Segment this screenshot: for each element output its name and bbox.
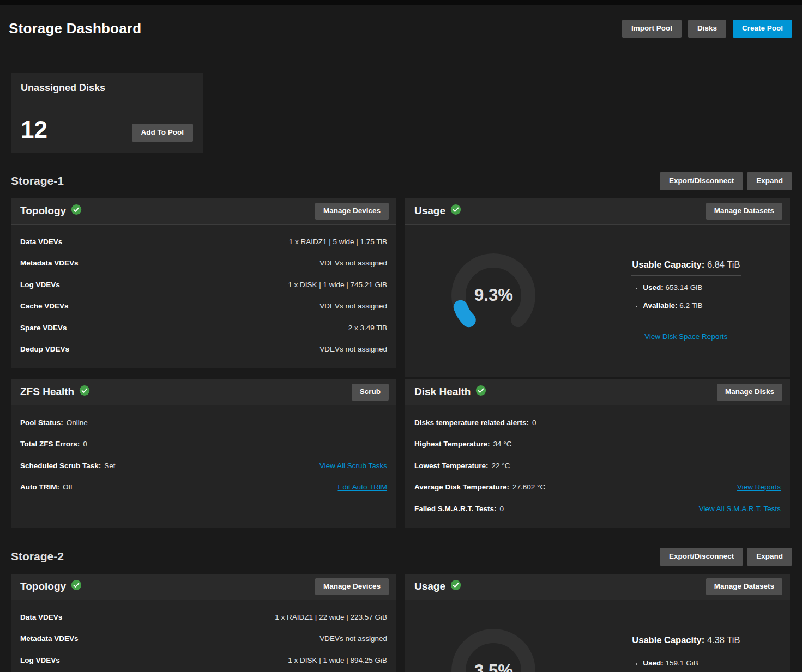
view-all-scrub-tasks-link[interactable]: View All Scrub Tasks (319, 462, 387, 470)
card-title-text: ZFS Health (20, 386, 74, 398)
disk-health-card-body: Disks temperature related alerts:0 Highe… (405, 405, 790, 519)
topology-row: Data VDEVs1 x RAIDZ1 | 5 wide | 1.75 TiB (20, 231, 387, 252)
row-label: Data VDEVs (20, 238, 62, 246)
row-value: 0 (532, 419, 536, 427)
scrub-button[interactable]: Scrub (352, 384, 389, 401)
manage-devices-button[interactable]: Manage Devices (315, 578, 389, 595)
usage-card: Usage Manage Datasets 3.5% Usable Capaci… (405, 574, 790, 672)
row-value: 2 x 3.49 TiB (348, 324, 387, 332)
page-header: Storage Dashboard Import Pool Disks Crea… (9, 5, 792, 52)
card-title-text: Usage (414, 580, 445, 592)
topology-card-body: Data VDEVs1 x RAIDZ1 | 22 wide | 223.57 … (11, 600, 396, 671)
topology-card-header: Topology Manage Devices (11, 574, 396, 600)
row-label: Log VDEVs (20, 281, 60, 289)
zfs-health-row: Total ZFS Errors:0 (20, 433, 387, 455)
disk-health-row: Average Disk Temperature:27.602 °C View … (414, 476, 781, 498)
available-stat: Available: 6.2 TiB (643, 301, 741, 310)
view-disk-space-reports-link[interactable]: View Disk Space Reports (644, 332, 727, 341)
topology-row: Data VDEVs1 x RAIDZ1 | 22 wide | 223.57 … (20, 607, 387, 628)
unassigned-disks-count: 12 (21, 118, 47, 142)
usage-gauge: 3.5% (450, 627, 537, 672)
topology-row: Spare VDEVs2 x 3.49 TiB (20, 317, 387, 338)
row-label: Highest Temperature: (414, 440, 490, 448)
health-check-icon (79, 385, 90, 399)
zfs-health-card-body: Pool Status:Online Total ZFS Errors:0 Sc… (11, 405, 396, 498)
topology-card: Topology Manage Devices Data VDEVs1 x RA… (11, 198, 396, 368)
topology-row: Cache VDEVsVDEVs not assigned (20, 295, 387, 317)
disks-button[interactable]: Disks (688, 20, 726, 38)
pool-cards-storage-2: Topology Manage Devices Data VDEVs1 x RA… (11, 574, 792, 672)
row-value: Online (67, 419, 88, 427)
health-check-icon (71, 204, 82, 218)
topology-card: Topology Manage Devices Data VDEVs1 x RA… (11, 574, 396, 672)
disk-health-row: Disks temperature related alerts:0 (414, 412, 781, 433)
row-label: Cache VDEVs (20, 302, 69, 310)
health-check-icon (450, 579, 461, 594)
row-value: Set (104, 462, 115, 470)
manage-disks-button[interactable]: Manage Disks (717, 384, 782, 401)
usage-capacity-block: Usable Capacity: 6.84 TiB Used: 653.14 G… (631, 259, 741, 341)
unassigned-disks-title: Unassigned Disks (21, 82, 193, 94)
row-label: Scheduled Scrub Task: (20, 462, 101, 470)
usage-gauge-zone: 3.5% (405, 600, 582, 672)
pool-name: Storage-2 (11, 550, 64, 563)
capacity-divider (631, 275, 741, 276)
row-value: 1 x DISK | 1 wide | 745.21 GiB (288, 281, 387, 289)
disk-health-card-title: Disk Health (414, 385, 486, 399)
row-value: VDEVs not assigned (319, 302, 387, 310)
manage-datasets-button[interactable]: Manage Datasets (706, 578, 782, 595)
page-title: Storage Dashboard (9, 20, 141, 37)
card-title-text: Topology (20, 580, 66, 592)
export-disconnect-button[interactable]: Export/Disconnect (660, 172, 743, 190)
disk-health-row: Failed S.M.A.R.T. Tests:0 View All S.M.A… (414, 498, 781, 519)
usage-percent-label: 3.5% (450, 627, 537, 672)
zfs-health-row: Scheduled Scrub Task:Set View All Scrub … (20, 455, 387, 476)
row-value: Off (63, 483, 73, 491)
disk-health-card: Disk Health Manage Disks Disks temperatu… (405, 379, 790, 528)
row-label: Disks temperature related alerts: (414, 419, 529, 427)
usage-card-body: 9.3% Usable Capacity: 6.84 TiB Used: 653… (405, 225, 790, 377)
row-value: 1 x RAIDZ1 | 5 wide | 1.75 TiB (289, 238, 387, 246)
row-value: 0 (83, 440, 87, 448)
row-label: Metadata VDEVs (20, 259, 79, 267)
export-disconnect-button[interactable]: Export/Disconnect (660, 548, 743, 566)
manage-datasets-button[interactable]: Manage Datasets (706, 203, 782, 220)
card-title-text: Disk Health (414, 386, 471, 398)
view-all-smart-tests-link[interactable]: View All S.M.A.R.T. Tests (699, 505, 781, 513)
usable-capacity-heading: Usable Capacity: 4.38 TiB (631, 635, 741, 645)
edit-auto-trim-link[interactable]: Edit Auto TRIM (337, 483, 387, 491)
storage-dashboard-page: Storage Dashboard Import Pool Disks Crea… (0, 5, 802, 672)
pool-actions: Export/Disconnect Expand (660, 548, 792, 566)
add-to-pool-button[interactable]: Add To Pool (132, 124, 193, 142)
usage-card-title: Usage (414, 204, 461, 218)
topology-card-header: Topology Manage Devices (11, 198, 396, 225)
create-pool-button[interactable]: Create Pool (733, 20, 792, 38)
row-value: 34 °C (493, 440, 512, 448)
row-label: Auto TRIM: (20, 483, 59, 491)
usage-card: Usage Manage Datasets 9.3% Usable Capaci… (405, 198, 790, 377)
row-value: 1 x DISK | 1 wide | 894.25 GiB (288, 656, 387, 664)
zfs-health-card-header: ZFS Health Scrub (11, 379, 396, 405)
pool-cards-storage-1: Topology Manage Devices Data VDEVs1 x RA… (11, 198, 792, 528)
expand-button[interactable]: Expand (747, 548, 792, 566)
row-label: Total ZFS Errors: (20, 440, 80, 448)
card-title-text: Topology (20, 205, 66, 217)
usage-card-header: Usage Manage Datasets (405, 574, 790, 600)
capacity-divider (631, 651, 741, 651)
usage-percent-label: 9.3% (450, 252, 537, 339)
stat-label: Available: (643, 301, 677, 310)
zfs-health-row: Auto TRIM:Off Edit Auto TRIM (20, 476, 387, 498)
disk-health-row: Lowest Temperature:22 °C (414, 455, 781, 476)
view-reports-link[interactable]: View Reports (737, 483, 781, 491)
import-pool-button[interactable]: Import Pool (622, 20, 682, 38)
topology-row: Metadata VDEVsVDEVs not assigned (20, 252, 387, 274)
zfs-health-card-title: ZFS Health (20, 385, 90, 399)
row-label: Metadata VDEVs (20, 634, 79, 643)
zfs-health-row: Pool Status:Online (20, 412, 387, 433)
used-stat: Used: 159.1 GiB (643, 659, 741, 667)
usage-capacity-zone: Usable Capacity: 4.38 TiB Used: 159.1 Gi… (582, 600, 790, 672)
manage-devices-button[interactable]: Manage Devices (315, 203, 389, 220)
header-actions: Import Pool Disks Create Pool (622, 20, 792, 38)
health-check-icon (450, 204, 461, 218)
expand-button[interactable]: Expand (747, 172, 792, 190)
